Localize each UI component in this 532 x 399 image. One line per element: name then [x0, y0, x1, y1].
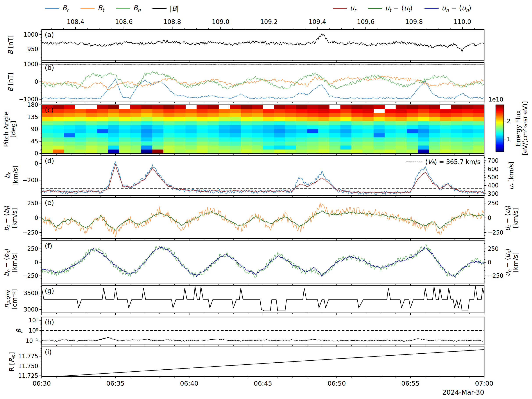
heatmap-cell [208, 109, 219, 113]
heatmap-cell [341, 137, 352, 141]
heatmap-cell [473, 113, 484, 117]
heatmap-cell [53, 121, 64, 125]
heatmap-cell [374, 117, 385, 121]
heatmap-cell [451, 113, 462, 117]
panel-tag-f: (f) [45, 242, 52, 250]
tick-label: 250 [27, 200, 38, 206]
heatmap-cell [385, 150, 396, 154]
heatmap-cell [362, 137, 374, 141]
heatmap-cell [141, 145, 152, 150]
heatmap-cell [75, 121, 86, 125]
heatmap-cell [329, 109, 341, 113]
heatmap-cell [462, 129, 473, 133]
heatmap-cell [208, 137, 219, 141]
heatmap-cell [341, 105, 352, 109]
heatmap-cell [219, 117, 230, 121]
legend-label: |B| [170, 4, 179, 12]
heatmap-cell [318, 105, 329, 109]
heatmap-cell [429, 121, 440, 125]
heatmap-cell [407, 141, 418, 146]
heatmap-cell [219, 145, 230, 150]
tick-label: 950 [27, 46, 38, 52]
heatmap-cell [241, 150, 252, 154]
heatmap-cell [186, 113, 197, 117]
heatmap-cell [307, 150, 318, 154]
heatmap-cell [263, 125, 274, 129]
heatmap-cell [396, 145, 407, 150]
heatmap-cell [64, 150, 75, 154]
heatmap-cell [329, 137, 341, 141]
heatmap-cell [274, 137, 285, 141]
heatmap-cell [263, 137, 274, 141]
top-axis-tick-label: 109.8 [405, 18, 423, 25]
panel-a-plot: 9501000108.4108.6108.8109.0109.2109.4109… [42, 30, 484, 60]
heatmap-cell [164, 129, 175, 133]
heatmap-cell [141, 113, 152, 117]
heatmap-cell [196, 109, 208, 113]
heatmap-cell [473, 121, 484, 125]
heatmap-cell [362, 133, 374, 137]
heatmap-cell [130, 121, 141, 125]
tick-label: 11.725 [18, 373, 38, 379]
heatmap-cell [141, 121, 152, 125]
heatmap-cell [241, 133, 252, 137]
heatmap-cell [296, 117, 307, 121]
heatmap-cell [64, 133, 75, 137]
heatmap-cell [75, 125, 86, 129]
heatmap-cell [341, 113, 352, 117]
heatmap-cell [451, 117, 462, 121]
heatmap-cell [329, 129, 341, 133]
heatmap-cell [108, 129, 119, 133]
heatmap-cell [418, 125, 429, 129]
heatmap-cell [296, 137, 307, 141]
x-axis-tick-label: 06:55 [401, 380, 420, 387]
heatmap-cell [196, 117, 208, 121]
heatmap-cell [164, 109, 175, 113]
heatmap-cell [462, 141, 473, 146]
heatmap-cell [208, 113, 219, 117]
series-bn_fluct [42, 245, 484, 278]
heatmap-cell [252, 137, 263, 141]
heatmap-cell [341, 117, 352, 121]
heatmap-cell [374, 125, 385, 129]
heatmap-cell [296, 129, 307, 133]
heatmap-cell [385, 141, 396, 146]
heatmap-cell [230, 129, 241, 133]
heatmap-cell [418, 113, 429, 117]
heatmap-cell [196, 129, 208, 133]
heatmap-cell [407, 105, 418, 109]
heatmap-cell [396, 113, 407, 117]
heatmap-cell [119, 145, 130, 150]
heatmap-cell [119, 121, 130, 125]
heatmap-cell [241, 145, 252, 150]
heatmap-cell [42, 125, 53, 129]
heatmap-cell [174, 150, 186, 154]
heatmap-cell [108, 117, 119, 121]
heatmap-cell [141, 109, 152, 113]
heatmap-cell [196, 105, 208, 109]
heatmap-cell [53, 145, 64, 150]
heatmap-cell [64, 121, 75, 125]
heatmap-cell [418, 121, 429, 125]
heatmap-cell [86, 121, 97, 125]
heatmap-cell [119, 129, 130, 133]
heatmap-cell [196, 141, 208, 146]
heatmap-cell [374, 105, 385, 109]
heatmap-cell [374, 129, 385, 133]
heatmap-cell [141, 133, 152, 137]
heatmap-cell [42, 137, 53, 141]
heatmap-cell [208, 150, 219, 154]
heatmap-cell [285, 109, 296, 113]
heatmap-cell [351, 145, 363, 150]
heatmap-cell [418, 145, 429, 150]
heatmap-cell [274, 145, 285, 150]
heatmap-cell [407, 117, 418, 121]
heatmap-cell [429, 145, 440, 150]
heatmap-cell [263, 109, 274, 113]
panel-border [42, 347, 484, 376]
heatmap-cell [119, 137, 130, 141]
tick-label: 0 [488, 215, 491, 221]
heatmap-cell [307, 113, 318, 117]
heatmap-cell [196, 113, 208, 117]
heatmap-cell [119, 133, 130, 137]
